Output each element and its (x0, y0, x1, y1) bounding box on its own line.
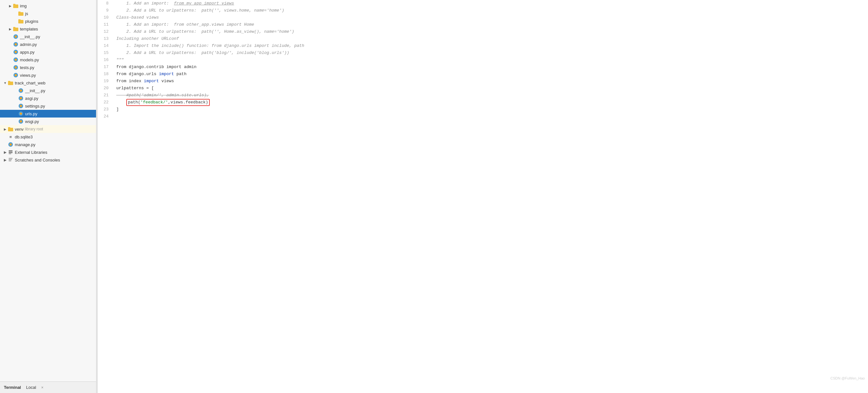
line-content: 1. Add an import: from my_app import vie… (114, 0, 868, 7)
tree-item-img[interactable]: ▶ img (0, 2, 96, 10)
tree-item-tests[interactable]: tests.py (0, 64, 96, 71)
line-content: 1. Add an import: from other_app.views i… (114, 21, 868, 28)
tree-item-plugins[interactable]: plugins (0, 17, 96, 25)
tree-item-label: wsgi.py (25, 119, 39, 124)
tree-item-venv[interactable]: ▶ venv library root (0, 125, 96, 133)
tree-item-js[interactable]: js (0, 10, 96, 17)
tree-item-label: views.py (20, 73, 36, 78)
code-line-9: 9 2. Add a URL to urlpatterns: path('', … (98, 7, 868, 14)
line-number: 23 (98, 106, 114, 113)
line-content: from index import views (114, 78, 868, 85)
line-content: 2. Add a URL to urlpatterns: path('', vi… (114, 7, 868, 14)
svg-rect-39 (9, 158, 12, 159)
code-line-16: 16 """ (98, 57, 868, 64)
python-icon (13, 72, 19, 78)
tree-item-urls[interactable]: urls.py (0, 110, 96, 118)
folder-icon (18, 19, 24, 24)
code-line-24: 24 (98, 113, 868, 120)
line-content: from django.urls import path (114, 71, 868, 78)
tree-item-wsgi[interactable]: wsgi.py (0, 118, 96, 125)
code-line-12: 12 2. Add a URL to urlpatterns: path('',… (98, 28, 868, 35)
chevron-icon: ▶ (3, 128, 8, 131)
watermark: CSDN @FuWen_Hao (830, 376, 865, 380)
folder-icon (8, 127, 13, 131)
file-tree: ▶ img js (0, 0, 96, 382)
line-number: 20 (98, 85, 114, 92)
tree-item-manage[interactable]: manage.py (0, 141, 96, 148)
folder-icon (8, 80, 13, 85)
code-line-17: 17 from django.contrib import admin (98, 64, 868, 71)
tree-item-init2[interactable]: __init__.py (0, 87, 96, 94)
svg-rect-32 (8, 128, 13, 131)
editor-area: 8 1. Add an import: from my_app import v… (98, 0, 868, 393)
svg-rect-3 (18, 11, 21, 12)
code-line-21: 21 #path('admin/', admin.site.urls), (98, 92, 868, 99)
line-number: 18 (98, 71, 114, 78)
tree-item-settings[interactable]: settings.py (0, 102, 96, 110)
python-icon (13, 50, 19, 55)
code-line-13: 13 Including another URLconf (98, 35, 868, 42)
svg-rect-0 (13, 4, 18, 8)
terminal-local-tab[interactable]: Local (26, 385, 36, 390)
tree-item-models[interactable]: models.py (0, 56, 96, 64)
line-number: 14 (98, 42, 114, 50)
folder-icon (18, 11, 24, 16)
terminal-tab[interactable]: Terminal (4, 385, 21, 390)
tree-item-label: settings.py (25, 104, 45, 108)
line-number: 8 (98, 0, 114, 7)
line-content: 2. Add a URL to urlpatterns: path('blog/… (114, 50, 868, 57)
tree-item-db[interactable]: ≡ db.sqlite3 (0, 133, 96, 141)
svg-rect-20 (8, 81, 13, 85)
svg-point-19 (15, 74, 17, 76)
db-icon: ≡ (8, 134, 13, 139)
line-content: 2. Add a URL to urlpatterns: path('', Ho… (114, 28, 868, 35)
line-content: path('feedback/',views.feedback) (114, 99, 868, 106)
code-line-20: 20 urlpatterns = [ (98, 85, 868, 92)
tree-item-label: External Libraries (15, 150, 47, 155)
tree-item-views[interactable]: views.py (0, 71, 96, 79)
tree-item-track-chart-web[interactable]: ▼ track_chart_web (0, 79, 96, 87)
tree-item-apps[interactable]: apps.py (0, 48, 96, 56)
code-line-14: 14 1. Import the include() function: fro… (98, 42, 868, 50)
tree-item-admin[interactable]: admin.py (0, 40, 96, 48)
line-number: 17 (98, 64, 114, 71)
terminal-close-button[interactable]: × (41, 385, 43, 390)
svg-point-17 (15, 66, 17, 69)
tree-item-label: models.py (20, 58, 39, 62)
tree-item-label: templates (20, 27, 38, 31)
tree-item-label: js (25, 11, 28, 16)
line-number: 12 (98, 28, 114, 35)
line-content: from django.contrib import admin (114, 64, 868, 71)
line-number: 19 (98, 78, 114, 85)
chevron-icon: ▼ (3, 81, 8, 85)
tree-item-external-libraries[interactable]: ▶ External Libraries (0, 148, 96, 156)
python-icon (13, 57, 19, 62)
tree-item-templates[interactable]: ▶ templates (0, 25, 96, 33)
svg-rect-33 (8, 127, 10, 128)
folder-icon (13, 27, 19, 31)
svg-point-27 (20, 105, 22, 107)
code-editor[interactable]: 8 1. Add an import: from my_app import v… (98, 0, 868, 393)
line-content: Including another URLconf (114, 35, 868, 42)
code-line-10: 10 Class-based views (98, 14, 868, 21)
tree-item-label: Scratches and Consoles (15, 158, 60, 162)
line-number: 21 (98, 92, 114, 99)
tree-item-asgi[interactable]: asgi.py (0, 94, 96, 102)
svg-point-9 (15, 36, 17, 38)
svg-rect-37 (9, 152, 12, 153)
code-line-8: 8 1. Add an import: from my_app import v… (98, 0, 868, 7)
tree-item-init1[interactable]: __init__.py (0, 33, 96, 40)
svg-point-25 (20, 97, 22, 100)
code-line-18: 18 from django.urls import path (98, 71, 868, 78)
tree-item-label: apps.py (20, 50, 35, 55)
python-icon (18, 111, 24, 116)
tree-item-label: __init__.py (20, 34, 40, 39)
folder-icon (13, 3, 19, 8)
python-icon (18, 103, 24, 108)
tree-item-scratches[interactable]: ▶ Scratches and Consoles (0, 156, 96, 164)
svg-point-29 (20, 113, 22, 115)
python-icon (8, 142, 13, 147)
tree-item-label: img (20, 3, 27, 8)
tree-item-label: __init__.py (25, 88, 45, 93)
terminal-bar: Terminal Local × (0, 382, 96, 393)
